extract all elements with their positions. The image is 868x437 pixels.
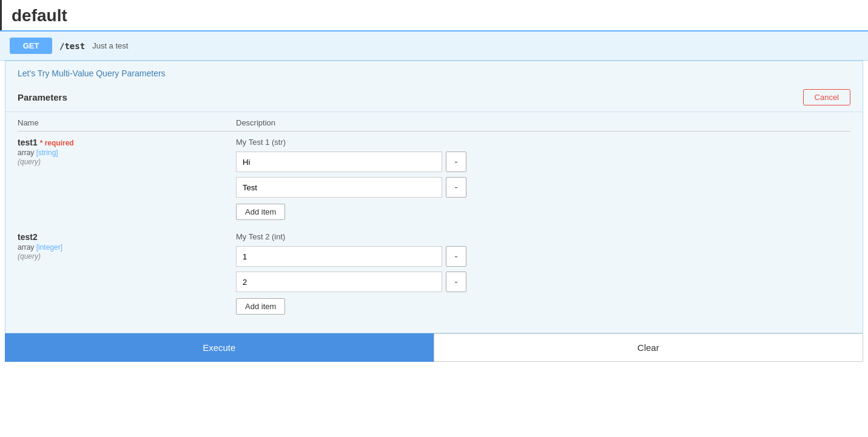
endpoint-path: /test [59, 41, 85, 51]
param-input-row-test1-0: - [236, 152, 850, 172]
remove-item-button-test2-1[interactable]: - [446, 272, 466, 292]
col-name-header: Name [18, 118, 236, 127]
param-input-row-test1-1: - [236, 177, 850, 198]
main-panel: Let's Try Multi-Value Query Parameters P… [5, 61, 863, 333]
add-item-button-test1[interactable]: Add item [236, 204, 285, 220]
clear-button[interactable]: Clear [434, 333, 864, 362]
param-desc-col-test2: My Test 2 (int)--Add item [236, 232, 850, 315]
column-headers: Name Description [18, 118, 850, 132]
endpoint-bar: GET /test Just a test [0, 30, 868, 61]
param-input-test2-0[interactable] [236, 246, 442, 267]
parameters-label: Parameters [18, 92, 67, 102]
param-location-test1: (query) [18, 158, 224, 166]
param-name-test1: test1* required [18, 138, 74, 147]
param-desc-title-test1: My Test 1 (str) [236, 138, 850, 147]
param-desc-title-test2: My Test 2 (int) [236, 232, 850, 241]
param-required-test1: * required [40, 139, 74, 147]
param-info-test1: test1* requiredarray [string](query) [18, 138, 236, 166]
params-table: Name Description test1* requiredarray [s… [5, 112, 863, 333]
remove-item-button-test1-1[interactable]: - [446, 177, 466, 198]
param-row-test1: test1* requiredarray [string](query)My T… [18, 138, 850, 220]
execute-button[interactable]: Execute [5, 333, 434, 362]
param-input-row-test2-0: - [236, 246, 850, 267]
remove-item-button-test1-0[interactable]: - [446, 152, 466, 172]
endpoint-description: Just a test [92, 41, 128, 50]
method-badge: GET [10, 38, 52, 54]
param-input-test1-0[interactable] [236, 152, 442, 172]
param-info-test2: test2array [integer](query) [18, 232, 236, 261]
param-desc-col-test1: My Test 1 (str)--Add item [236, 138, 850, 220]
cancel-button[interactable]: Cancel [803, 89, 850, 105]
param-input-test2-1[interactable] [236, 272, 442, 292]
remove-item-button-test2-0[interactable]: - [446, 246, 466, 267]
param-input-test1-1[interactable] [236, 177, 442, 198]
param-name-test2: test2 [18, 232, 38, 242]
param-type-test1: array [string] [18, 148, 224, 157]
param-location-test2: (query) [18, 252, 224, 261]
page-title: default [0, 0, 868, 30]
add-item-button-test2[interactable]: Add item [236, 298, 285, 315]
param-type-test2: array [integer] [18, 243, 224, 252]
footer-bar: Execute Clear [5, 333, 863, 362]
param-input-row-test2-1: - [236, 272, 850, 292]
params-header: Parameters Cancel [5, 83, 863, 112]
try-description: Let's Try Multi-Value Query Parameters [5, 61, 863, 83]
col-desc-header: Description [236, 118, 850, 127]
param-row-test2: test2array [integer](query)My Test 2 (in… [18, 232, 850, 315]
